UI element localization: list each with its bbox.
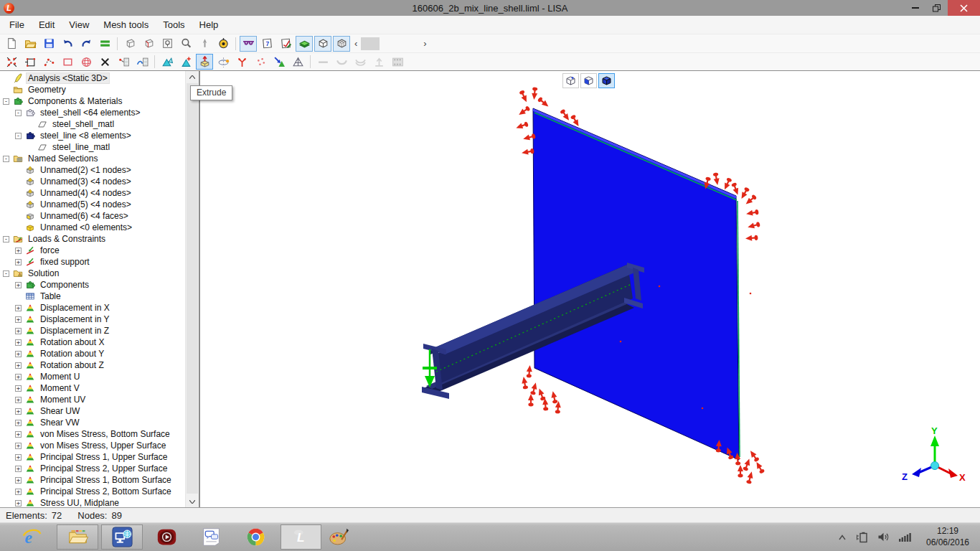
taskbar-chrome[interactable] — [240, 524, 271, 550]
expand-icon[interactable]: + — [15, 500, 22, 507]
expand-icon[interactable]: + — [15, 305, 22, 311]
tree-item-unnamed-5-4-nodes[interactable]: Unnamed(5) <4 nodes> — [0, 199, 185, 210]
assign-to-component-button[interactable] — [270, 54, 288, 70]
tree-item-force[interactable]: +force — [0, 245, 185, 256]
display-nodes-button[interactable] — [3, 54, 20, 70]
add-element-button[interactable] — [177, 54, 194, 70]
spin-view-button[interactable] — [215, 36, 232, 52]
expand-icon[interactable]: + — [15, 385, 22, 392]
viewport-3d[interactable]: Y X Z — [199, 71, 980, 507]
extrude-button[interactable] — [196, 54, 213, 70]
collapse-icon[interactable]: - — [3, 236, 9, 242]
toolbar-scroll-left[interactable]: ‹ — [351, 37, 361, 51]
tree-item-fixed-support[interactable]: +fixed support — [0, 256, 185, 268]
expand-icon[interactable]: + — [15, 339, 22, 346]
expand-icon[interactable]: + — [15, 248, 22, 254]
expand-icon[interactable]: + — [15, 408, 22, 415]
menu-view[interactable]: View — [62, 17, 96, 34]
expand-icon[interactable]: + — [15, 328, 22, 334]
element-properties-button[interactable] — [133, 54, 151, 70]
taskbar-lisa[interactable] — [281, 524, 321, 550]
tree-item-principal-stress-2-bottom-surface[interactable]: +Principal Stress 2, Bottom Surface — [0, 486, 185, 497]
refine-tool-button[interactable] — [370, 54, 387, 70]
element-edges-view-button[interactable] — [333, 36, 350, 52]
taskbar-file-explorer[interactable] — [57, 524, 98, 550]
menu-help[interactable]: Help — [192, 17, 226, 34]
node-properties-button[interactable] — [115, 54, 132, 70]
taskbar-media-player[interactable] — [151, 524, 182, 550]
line-tool-button[interactable] — [314, 54, 331, 70]
solid-view-button[interactable] — [314, 36, 331, 52]
taskbar-internet-explorer[interactable] — [16, 524, 47, 550]
tree-item-unnamed-4-4-nodes[interactable]: Unnamed(4) <4 nodes> — [0, 187, 185, 199]
rotate-about-axis-button[interactable] — [140, 36, 157, 52]
tree-item-displacement-in-z[interactable]: +Displacement in Z — [0, 325, 185, 336]
tree-item-steel-shell-64-elements[interactable]: -steel_shell <64 elements> — [0, 107, 185, 118]
tree-item-rotation-about-x[interactable]: +Rotation about X — [0, 336, 185, 348]
tree-item-stress-uu-midplane[interactable]: +Stress UU, Midplane — [0, 497, 185, 507]
taskbar-messaging[interactable] — [195, 524, 227, 550]
tree-item-moment-u[interactable]: +Moment U — [0, 371, 185, 382]
taskbar-paint[interactable] — [323, 524, 354, 550]
revolve-button[interactable] — [215, 54, 232, 70]
toolbar-scroll-right[interactable]: › — [420, 37, 430, 51]
merge-nodes-button[interactable] — [252, 54, 269, 70]
tree-item-displacement-in-y[interactable]: +Displacement in Y — [0, 314, 185, 325]
expand-icon[interactable]: + — [15, 420, 22, 426]
tree-scrollbar[interactable] — [185, 71, 199, 507]
tree-item-steel-line-matl[interactable]: steel_line_matl — [0, 141, 185, 153]
show-hidden-icons[interactable] — [838, 534, 847, 541]
zoom-button[interactable] — [177, 36, 194, 52]
expand-icon[interactable]: + — [15, 477, 22, 484]
tree-item-named-selections[interactable]: -Named Selections — [0, 153, 185, 164]
tree-item-steel-line-8-elements[interactable]: -steel_line <8 elements> — [0, 130, 185, 141]
clock[interactable]: 12:19 06/06/2016 — [921, 526, 974, 548]
animation-button[interactable] — [389, 54, 406, 70]
tree-item-components-materials[interactable]: -Components & Materials — [0, 95, 185, 107]
collapse-icon[interactable]: - — [3, 270, 9, 277]
toolbar-scroll-thumb[interactable] — [361, 37, 380, 50]
minimize-button[interactable] — [905, 0, 926, 16]
view-shaded-edges-button[interactable] — [580, 73, 597, 88]
menu-tools[interactable]: Tools — [156, 17, 192, 34]
expand-icon[interactable]: + — [15, 466, 22, 472]
expand-icon[interactable]: + — [15, 443, 22, 449]
undo-button[interactable] — [59, 36, 76, 52]
collapse-icon[interactable]: - — [3, 156, 9, 162]
tree-item-geometry[interactable]: Geometry — [0, 84, 185, 95]
add-node-button[interactable] — [22, 54, 39, 70]
tree-item-von-mises-stress-bottom-surface[interactable]: +von Mises Stress, Bottom Surface — [0, 428, 185, 440]
select-sphere-button[interactable] — [77, 54, 95, 70]
expand-icon[interactable]: + — [15, 316, 22, 323]
menu-edit[interactable]: Edit — [32, 17, 62, 34]
new-element-button[interactable] — [159, 54, 176, 70]
tree-item-displacement-in-x[interactable]: +Displacement in X — [0, 302, 185, 314]
scroll-thumb[interactable] — [187, 83, 198, 494]
pan-view-button[interactable] — [196, 36, 213, 52]
tree-item-loads-constraints[interactable]: -Loads & Constraints — [0, 233, 185, 245]
tree-item-von-mises-stress-upper-surface[interactable]: +von Mises Stress, Upper Surface — [0, 440, 185, 451]
tree-item-shear-uw[interactable]: +Shear UW — [0, 405, 185, 417]
tree-item-solution[interactable]: -Solution — [0, 268, 185, 279]
taskbar-network-computer[interactable] — [101, 524, 143, 550]
collapse-icon[interactable]: - — [15, 110, 22, 116]
element-quality-button[interactable] — [289, 54, 306, 70]
expand-icon[interactable]: + — [15, 282, 22, 288]
scroll-up-button[interactable] — [186, 71, 199, 83]
shaded-view-button[interactable] — [296, 36, 313, 52]
node-path-button[interactable] — [40, 54, 57, 70]
tree-item-unnamed-0-elements[interactable]: Unnamed <0 elements> — [0, 222, 185, 233]
tree-item-shear-vw[interactable]: +Shear VW — [0, 417, 185, 428]
tree-item-rotation-about-y[interactable]: +Rotation about Y — [0, 348, 185, 359]
expand-icon[interactable]: + — [15, 489, 22, 495]
tree-item-principal-stress-1-upper-surface[interactable]: +Principal Stress 1, Upper Surface — [0, 451, 185, 463]
close-button[interactable] — [948, 0, 980, 16]
tree-item-components[interactable]: +Components — [0, 279, 185, 291]
tree-item-analysis-static-3d[interactable]: Analysis <Static 3D> — [0, 72, 185, 84]
rotate-view-button[interactable] — [121, 36, 138, 52]
menu-file[interactable]: File — [2, 17, 32, 34]
expand-icon[interactable]: + — [15, 397, 22, 403]
tree-item-unnamed-3-4-nodes[interactable]: Unnamed(3) <4 nodes> — [0, 176, 185, 187]
open-file-button[interactable] — [22, 36, 39, 52]
arc-tool-button[interactable] — [333, 54, 350, 70]
